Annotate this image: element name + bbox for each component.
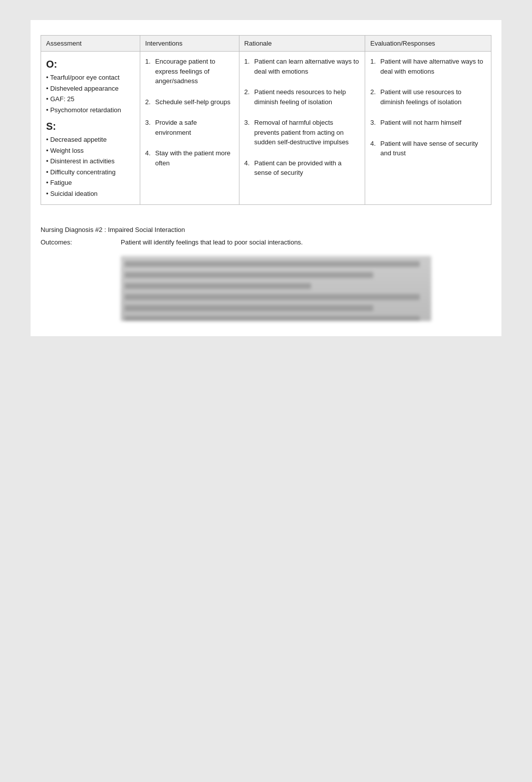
bullet-disheveled: • Disheveled appearance — [46, 84, 135, 94]
item-num: 4. — [370, 139, 380, 158]
assessment-cell: O: • Tearful/poor eye contact • Dishevel… — [41, 52, 140, 205]
o-label: O: — [46, 57, 135, 72]
diagnosis-row: Nursing Diagnosis #2 : Impaired Social I… — [41, 225, 491, 235]
list-item: 1. Encourage patient to express feelings… — [145, 57, 234, 86]
item-num: 1. — [370, 57, 380, 76]
header-rationale: Rationale — [239, 36, 365, 52]
outcomes-label: Outcomes: — [41, 237, 121, 248]
item-num: 1. — [244, 57, 254, 76]
item-num: 2. — [244, 87, 254, 107]
diagnosis-label: Nursing Diagnosis #2 : Impaired Social I… — [41, 225, 185, 235]
s-label: S: — [46, 119, 135, 134]
item-text: Patient will have alternative ways to de… — [380, 57, 486, 76]
blurred-line-2 — [125, 272, 373, 278]
outcomes-row: Outcomes: Patient will identify feelings… — [41, 237, 491, 248]
blurred-line-6 — [125, 316, 420, 321]
list-item: 4. Patient can be provided with a sense … — [244, 158, 360, 178]
evaluation-cell: 1. Patient will have alternative ways to… — [365, 52, 491, 205]
header-interventions: Interventions — [140, 36, 239, 52]
bullet-appetite: • Decreased appetite — [46, 135, 135, 145]
item-num: 2. — [145, 97, 155, 107]
interventions-cell: 1. Encourage patient to express feelings… — [140, 52, 239, 205]
item-text: Removal of harmful objects prevents pati… — [254, 118, 360, 147]
bullet-disinterest: • Disinterest in activities — [46, 156, 135, 166]
list-item: 4. Patient will have sense of security a… — [370, 139, 486, 158]
item-num: 4. — [244, 158, 254, 178]
bullet-suicidal: • Suicidal ideation — [46, 189, 135, 199]
item-num: 2. — [370, 87, 380, 107]
list-item: 3. Patient will not harm himself — [370, 118, 486, 128]
list-item: 3. Removal of harmful objects prevents p… — [244, 118, 360, 147]
rationale-list: 1. Patient can learn alternative ways to… — [244, 57, 360, 178]
list-item: 1. Patient will have alternative ways to… — [370, 57, 486, 76]
list-item: 1. Patient can learn alternative ways to… — [244, 57, 360, 76]
blurred-line-5 — [125, 305, 373, 311]
item-text: Provide a safe environment — [155, 118, 234, 137]
blurred-line-3 — [125, 283, 311, 289]
blurred-line-1 — [125, 261, 420, 267]
item-text: Patient can learn alternative ways to de… — [254, 57, 360, 76]
bottom-section: Nursing Diagnosis #2 : Impaired Social I… — [41, 225, 491, 321]
item-num: 1. — [145, 57, 155, 86]
assessment-content: O: • Tearful/poor eye contact • Dishevel… — [46, 57, 135, 198]
header-evaluation: Evaluation/Responses — [365, 36, 491, 52]
bullet-gaf: • GAF: 25 — [46, 94, 135, 104]
blurred-content-block — [121, 256, 431, 321]
item-text: Patient will not harm himself — [380, 118, 486, 128]
item-num: 4. — [145, 148, 155, 168]
bullet-weight: • Weight loss — [46, 146, 135, 156]
interventions-list: 1. Encourage patient to express feelings… — [145, 57, 234, 168]
item-text: Stay with the patient more often — [155, 148, 234, 168]
item-num: 3. — [370, 118, 380, 128]
list-item: 2. Patient will use resources to diminis… — [370, 87, 486, 107]
item-text: Patient can be provided with a sense of … — [254, 158, 360, 178]
list-item: 2. Patient needs resources to help dimin… — [244, 87, 360, 107]
page-container: Assessment Interventions Rationale Evalu… — [31, 20, 501, 336]
item-text: Encourage patient to express feelings of… — [155, 57, 234, 86]
blurred-line-4 — [125, 294, 420, 300]
item-text: Patient will use resources to diminish f… — [380, 87, 486, 107]
evaluation-list: 1. Patient will have alternative ways to… — [370, 57, 486, 158]
item-text: Patient will have sense of security and … — [380, 139, 486, 158]
item-num: 3. — [145, 118, 155, 137]
item-text: Schedule self-help groups — [155, 97, 234, 107]
list-item: 2. Schedule self-help groups — [145, 97, 234, 107]
bullet-tearful: • Tearful/poor eye contact — [46, 73, 135, 83]
bullet-fatigue: • Fatigue — [46, 178, 135, 188]
list-item: 4. Stay with the patient more often — [145, 148, 234, 168]
care-plan-table: Assessment Interventions Rationale Evalu… — [41, 35, 491, 205]
outcomes-value: Patient will identify feelings that lead… — [121, 237, 303, 248]
bullet-difficulty: • Difficulty concentrating — [46, 167, 135, 177]
item-num: 3. — [244, 118, 254, 147]
bullet-psychomotor: • Psychomotor retardation — [46, 105, 135, 115]
rationale-cell: 1. Patient can learn alternative ways to… — [239, 52, 365, 205]
header-assessment: Assessment — [41, 36, 140, 52]
item-text: Patient needs resources to help diminish… — [254, 87, 360, 107]
list-item: 3. Provide a safe environment — [145, 118, 234, 137]
